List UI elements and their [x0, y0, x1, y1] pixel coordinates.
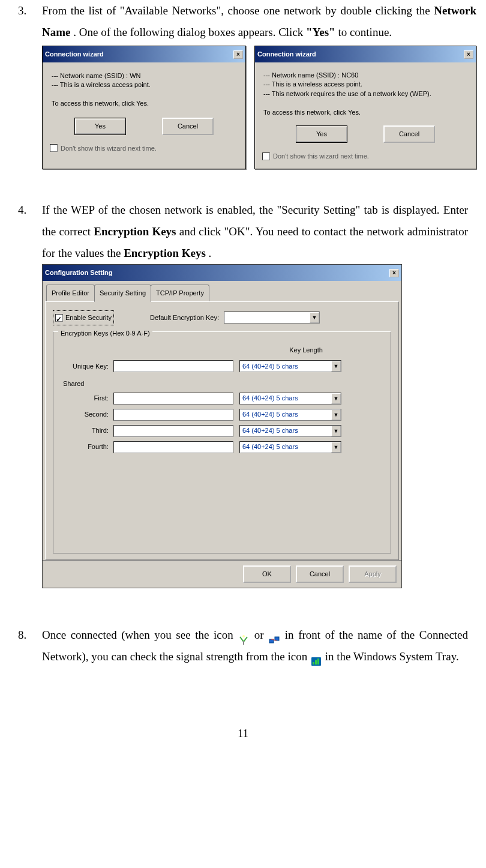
config-tabs: Profile Editor Security Setting TCP/IP P… — [45, 285, 399, 301]
second-key-input[interactable] — [113, 409, 233, 421]
default-key-label: Default Encryption Key: — [150, 312, 219, 324]
dialog2-title: Connection wizard — [257, 48, 464, 61]
dialog1-line2: --- This is a wireless access point. — [52, 80, 236, 89]
cancel-button[interactable]: Cancel — [296, 565, 344, 583]
second-key-label: Second: — [59, 408, 113, 421]
step-8: 8. Once connected (when you see the icon… — [18, 624, 468, 668]
chevron-down-icon[interactable]: ▼ — [331, 442, 341, 453]
step-4-number: 4. — [18, 199, 42, 612]
step-4-bold-1: Encryption Keys — [94, 225, 176, 238]
step-8-text-4: in the Windows System Tray. — [325, 650, 459, 663]
config-button-bar: OK Cancel Apply — [43, 560, 401, 588]
step-8-text-1: Once connected (when you see the icon — [42, 628, 238, 641]
config-titlebar: Configuration Setting × — [43, 265, 401, 281]
dialog1-yes-button[interactable]: Yes — [74, 118, 126, 135]
enable-security-checkbox[interactable] — [55, 314, 63, 322]
dialog2-checkbox-label: Don't show this wizard next time. — [273, 150, 369, 163]
svg-rect-7 — [317, 659, 319, 665]
dialog1-checkbox-row[interactable]: Don't show this wizard next time. — [49, 140, 239, 157]
third-key-input[interactable] — [113, 425, 233, 437]
second-key-row: Second: 64 (40+24) 5 chars ▼ — [59, 408, 385, 421]
enable-security-row: Enable Security Default Encryption Key: … — [53, 310, 391, 325]
dialog2-yes-button[interactable]: Yes — [296, 125, 347, 143]
step-3: 3. From the list of "Available Networks"… — [18, 0, 468, 187]
step-4-bold-2: Encryption Keys — [124, 247, 206, 259]
dialog2-line1: --- Network name (SSID) : NC60 — [263, 71, 467, 80]
step-8-body: Once connected (when you see the icon or… — [42, 624, 468, 668]
key-length-header: Key Length — [227, 344, 385, 357]
dialog2-button-row: Yes Cancel — [261, 119, 470, 148]
third-key-length-dropdown[interactable]: 64 (40+24) 5 chars ▼ — [239, 425, 341, 437]
step-8-number: 8. — [18, 624, 42, 668]
first-key-row: First: 64 (40+24) 5 chars ▼ — [59, 392, 385, 405]
unique-key-label: Unique Key: — [59, 360, 113, 373]
dialog2-checkbox[interactable] — [262, 152, 270, 160]
step-3-body: From the list of "Available Networks", c… — [42, 0, 476, 187]
svg-point-1 — [242, 635, 245, 637]
step-4-text-3: . — [209, 247, 212, 259]
step-4-body: If the WEP of the chosen network is enab… — [42, 199, 468, 612]
tab-tcpip-property[interactable]: TCP/IP Property — [151, 285, 209, 301]
default-key-dropdown[interactable]: ▼ — [224, 312, 320, 324]
third-key-row: Third: 64 (40+24) 5 chars ▼ — [59, 424, 385, 437]
chevron-down-icon[interactable]: ▼ — [331, 393, 341, 404]
svg-rect-6 — [315, 660, 317, 665]
dialog1-titlebar: Connection wizard × — [43, 46, 245, 62]
shared-label: Shared — [59, 376, 385, 393]
page-number: 11 — [18, 680, 468, 740]
unique-key-row: Unique Key: 64 (40+24) 5 chars ▼ — [59, 360, 385, 373]
unique-key-input[interactable] — [113, 360, 233, 372]
second-key-length-dropdown[interactable]: 64 (40+24) 5 chars ▼ — [239, 409, 341, 421]
fourth-key-label: Fourth: — [59, 441, 113, 453]
chevron-down-icon[interactable]: ▼ — [331, 409, 341, 420]
configuration-setting-dialog: Configuration Setting × Profile Editor S… — [42, 264, 402, 588]
chevron-down-icon[interactable]: ▼ — [331, 426, 341, 436]
dialog2-prompt: To access this network, click Yes. — [263, 108, 467, 117]
fourth-key-row: Fourth: 64 (40+24) 5 chars ▼ — [59, 441, 385, 453]
dialog1-checkbox-label: Don't show this wizard next time. — [61, 142, 157, 155]
fourth-key-length-dropdown[interactable]: 64 (40+24) 5 chars ▼ — [239, 441, 341, 453]
dialog1-title: Connection wizard — [45, 48, 233, 61]
config-tabs-area: Profile Editor Security Setting TCP/IP P… — [43, 281, 401, 560]
svg-rect-5 — [313, 662, 314, 665]
tab-security-setting[interactable]: Security Setting — [94, 285, 151, 302]
dialog1-checkbox[interactable] — [50, 144, 58, 152]
dialog2-body: --- Network name (SSID) : NC60 --- This … — [255, 62, 476, 169]
dialog1-close-button[interactable]: × — [233, 50, 243, 59]
step-3-text-2: . One of the following dialog boxes appe… — [73, 26, 306, 38]
tab-profile-editor[interactable]: Profile Editor — [46, 285, 95, 301]
dialog2-close-button[interactable]: × — [464, 50, 473, 59]
config-close-button[interactable]: × — [389, 269, 399, 277]
chevron-down-icon[interactable]: ▼ — [331, 361, 341, 372]
unique-key-length-dropdown[interactable]: 64 (40+24) 5 chars ▼ — [239, 360, 341, 372]
dialog2-titlebar: Connection wizard × — [255, 46, 476, 62]
dialog1-body: --- Network name (SSID) : WN --- This is… — [43, 62, 245, 160]
step-3-bold-2: "Yes" — [306, 26, 335, 38]
dialog-row: Connection wizard × --- Network name (SS… — [42, 46, 476, 169]
signal-tray-icon — [310, 653, 322, 663]
step-3-text-1: From the list of "Available Networks", c… — [42, 4, 434, 17]
enable-security-label: Enable Security — [65, 312, 112, 324]
config-title: Configuration Setting — [45, 267, 389, 279]
antenna-icon — [238, 631, 250, 642]
first-key-length-dropdown[interactable]: 64 (40+24) 5 chars ▼ — [239, 393, 341, 405]
fourth-key-input[interactable] — [113, 441, 233, 453]
first-key-label: First: — [59, 392, 113, 405]
connection-wizard-1: Connection wizard × --- Network name (SS… — [42, 46, 246, 169]
third-key-label: Third: — [59, 424, 113, 437]
apply-button[interactable]: Apply — [349, 565, 397, 583]
step-8-text-2: or — [254, 628, 268, 641]
dialog2-cancel-button[interactable]: Cancel — [383, 125, 435, 143]
first-key-input[interactable] — [113, 393, 233, 405]
ok-button[interactable]: OK — [243, 565, 291, 583]
svg-rect-0 — [243, 641, 244, 645]
dialog2-checkbox-row[interactable]: Don't show this wizard next time. — [261, 148, 470, 165]
fieldset-legend: Encryption Keys (Hex 0-9 A-F) — [58, 327, 152, 340]
step-3-text-3: to continue. — [338, 26, 392, 38]
chevron-down-icon[interactable]: ▼ — [310, 312, 319, 323]
step-4: 4. If the WEP of the chosen network is e… — [18, 199, 468, 612]
dialog2-line2: --- This is a wireless access point. — [263, 80, 467, 89]
dialog1-cancel-button[interactable]: Cancel — [162, 118, 214, 135]
tab-panel-security: Enable Security Default Encryption Key: … — [45, 301, 399, 560]
enable-security-checkbox-wrap[interactable]: Enable Security — [53, 310, 114, 325]
